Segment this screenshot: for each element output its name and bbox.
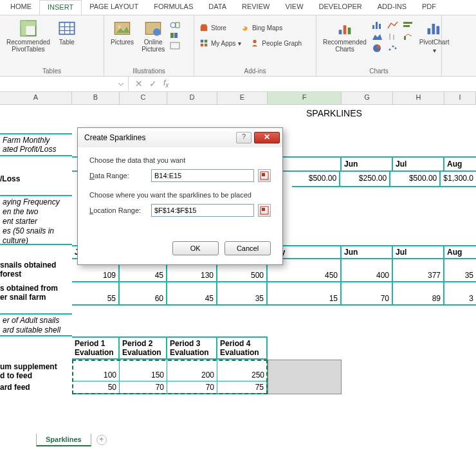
bing-icon: [241, 23, 250, 32]
table-icon: [58, 19, 76, 37]
svg-point-36: [394, 48, 396, 50]
svg-rect-26: [376, 22, 378, 29]
col-h[interactable]: H: [393, 92, 444, 104]
svg-rect-43: [262, 208, 265, 211]
data-range-input[interactable]: [151, 169, 254, 182]
group-addins-label: Add-ins: [198, 68, 312, 75]
cancel-button[interactable]: Cancel: [224, 241, 271, 255]
svg-rect-19: [201, 44, 203, 46]
pivotchart-button[interactable]: PivotChart ▾: [417, 18, 452, 66]
tab-page-layout[interactable]: PAGE LAYOUT: [82, 0, 146, 15]
col-d[interactable]: D: [167, 92, 217, 104]
svg-rect-41: [262, 173, 265, 176]
tab-developer[interactable]: DEVELOPER: [311, 0, 370, 15]
cell-i-profit: $1,300.0: [441, 172, 476, 186]
shapes-icon[interactable]: [170, 21, 180, 30]
sheet-tabs: Sparklines +: [36, 434, 107, 446]
fx-icon[interactable]: fx: [163, 78, 169, 89]
svg-rect-13: [176, 23, 179, 28]
tab-pdf[interactable]: PDF: [414, 0, 444, 15]
create-sparklines-dialog: Create Sparklines ? ✕ Choose the data th…: [77, 127, 283, 265]
online-pictures-button[interactable]: Online Pictures: [139, 18, 167, 66]
svg-rect-38: [432, 24, 435, 34]
range-picker-icon: [260, 171, 269, 180]
svg-rect-29: [403, 25, 410, 27]
recommended-charts-button[interactable]: Recommended Charts: [320, 18, 369, 66]
cell-g-profit: $250.00: [340, 172, 390, 186]
farm-monthly-label: Farm Monthlyated Profit/Loss: [0, 133, 72, 156]
col-g[interactable]: G: [342, 92, 393, 104]
tab-formulas[interactable]: FORMULAS: [146, 0, 201, 15]
pivottable-icon: [19, 19, 37, 37]
tab-data[interactable]: DATA: [201, 0, 234, 15]
cell-aug-hdr: Aug: [444, 158, 476, 170]
ok-button[interactable]: OK: [172, 241, 219, 255]
location-range-label: Location Range:: [89, 206, 147, 214]
scatter-chart-icon[interactable]: [387, 44, 399, 53]
dialog-title: Create Sparklines: [84, 133, 145, 142]
svg-point-21: [253, 40, 257, 43]
dialog-help-button[interactable]: ?: [236, 132, 252, 143]
store-button[interactable]: Store: [198, 22, 228, 33]
svg-rect-24: [348, 28, 351, 35]
supplement-label: um supplementd to feed: [0, 362, 57, 380]
table-button[interactable]: Table: [55, 18, 78, 66]
sheet-tab-sparklines[interactable]: Sparklines: [36, 434, 91, 446]
recommended-pivottables-button[interactable]: Recommended PivotTables: [4, 18, 53, 66]
location-range-input[interactable]: [151, 204, 254, 217]
svg-rect-3: [59, 23, 74, 35]
col-b[interactable]: B: [72, 92, 120, 104]
my-apps-button[interactable]: My Apps ▾: [198, 37, 243, 49]
ribbon-tabs: HOME INSERT PAGE LAYOUT FORMULAS DATA RE…: [0, 0, 476, 15]
people-graph-button[interactable]: People Graph: [249, 37, 303, 49]
column-chart-icon[interactable]: [403, 21, 414, 30]
line-chart-icon[interactable]: [387, 21, 399, 30]
svg-point-12: [170, 23, 176, 28]
pictures-icon: [113, 19, 131, 37]
data-range-label: Data Range:: [89, 172, 147, 179]
area-chart-icon[interactable]: [372, 32, 383, 41]
tab-addins[interactable]: ADD-INS: [370, 0, 414, 15]
svg-rect-37: [428, 28, 431, 34]
data-range-picker-button[interactable]: [258, 169, 271, 182]
name-box[interactable]: [0, 77, 129, 91]
pictures-button[interactable]: Pictures: [108, 18, 136, 66]
location-range-picker-button[interactable]: [258, 204, 271, 217]
dialog-close-button[interactable]: ✕: [254, 132, 280, 143]
col-a[interactable]: A: [0, 92, 72, 104]
laying-freq-label: aying Frequencyen the twoent starteres (…: [0, 195, 72, 245]
bar-chart-icon[interactable]: [372, 21, 383, 30]
cell-jun-hdr: Jun: [342, 158, 393, 170]
svg-rect-27: [379, 24, 381, 29]
formula-bar: ✕ ✓ fx: [0, 77, 476, 92]
combo-chart-icon[interactable]: [403, 32, 414, 41]
svg-point-35: [392, 46, 394, 48]
svg-rect-28: [403, 22, 412, 24]
cancel-formula-icon[interactable]: ✕: [135, 78, 143, 89]
enter-formula-icon[interactable]: ✓: [149, 78, 157, 89]
smartart-icon[interactable]: [170, 31, 180, 40]
cell-f-profit: $500.00: [292, 172, 340, 186]
svg-rect-15: [174, 33, 178, 38]
tab-insert[interactable]: INSERT: [39, 0, 82, 15]
tab-view[interactable]: VIEW: [277, 0, 311, 15]
tab-review[interactable]: REVIEW: [234, 0, 277, 15]
pie-chart-icon[interactable]: [372, 44, 383, 53]
stock-chart-icon[interactable]: [387, 32, 399, 41]
farm-row: 55 60 45 35 15 70 89 3: [72, 282, 476, 306]
store-icon: [199, 23, 208, 32]
svg-rect-17: [201, 40, 203, 42]
column-headers: A B C D E F G H I: [0, 92, 476, 105]
tab-home[interactable]: HOME: [3, 0, 39, 15]
forest-label: snails obtainedforest: [0, 261, 56, 279]
col-e[interactable]: E: [217, 92, 268, 104]
screenshot-icon[interactable]: [170, 41, 180, 50]
add-sheet-button[interactable]: +: [96, 435, 107, 445]
col-c[interactable]: C: [120, 92, 167, 104]
col-i[interactable]: I: [444, 92, 476, 104]
svg-point-11: [153, 28, 161, 36]
people-icon: [250, 39, 259, 48]
col-f[interactable]: F: [268, 92, 342, 104]
bing-maps-button[interactable]: Bing Maps: [239, 22, 284, 33]
svg-rect-14: [170, 33, 174, 38]
